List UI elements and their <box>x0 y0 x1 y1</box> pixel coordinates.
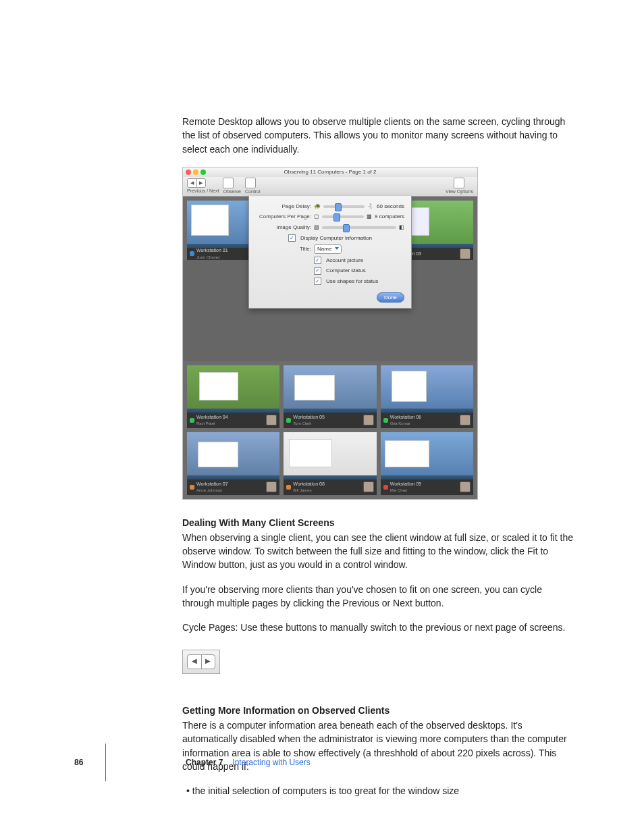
high-quality-icon: ◧ <box>399 224 404 232</box>
workstation-name: Workstation 08 <box>293 481 325 488</box>
next-icon[interactable]: ▶ <box>202 655 215 669</box>
avatar <box>363 481 374 492</box>
observe-label: Observe <box>223 188 240 195</box>
status-icon <box>286 418 291 423</box>
workstation-name: Workstation 05 <box>293 414 325 421</box>
status-icon <box>383 485 388 490</box>
account-picture-label: Account picture <box>326 257 363 265</box>
workstation-name: Workstation 06 <box>390 414 422 421</box>
title-label: Title: <box>256 245 311 253</box>
prev-icon[interactable]: ◀ <box>188 655 202 669</box>
prev-next-label: Previous / Next <box>187 188 219 194</box>
window-titlebar: Observing 11 Computers - Page 1 of 2 <box>183 167 477 177</box>
workstation-name: Workstation 09 <box>390 481 422 488</box>
bullet-item: the initial selection of computers is to… <box>186 784 576 798</box>
computers-value: 9 computers <box>375 213 404 221</box>
toolbar: ◀▶ Previous / Next Observe Control View … <box>183 177 477 197</box>
display-info-label: Display Computer Information <box>300 234 372 242</box>
computer-status-checkbox[interactable]: ✓ <box>314 267 321 275</box>
avatar <box>266 481 277 492</box>
computers-slider[interactable] <box>322 215 364 218</box>
heading-getting-more: Getting More Information on Observed Cli… <box>182 704 576 717</box>
computer-status-label: Computer status <box>326 267 366 275</box>
workstation-user: Juan Chavez <box>196 255 228 261</box>
quality-slider[interactable] <box>322 226 396 229</box>
shapes-checkbox[interactable]: ✓ <box>314 278 321 285</box>
workstation-user: Tom Clark <box>293 421 325 427</box>
tortoise-icon: 🐢 <box>314 203 321 211</box>
page-delay-label: Page Delay: <box>256 203 311 211</box>
thumbnail[interactable] <box>284 432 376 475</box>
done-button[interactable]: Done <box>377 292 404 303</box>
prev-next-segmented[interactable]: ◀ ▶ <box>187 654 215 669</box>
window-title: Observing 11 Computers - Page 1 of 2 <box>183 168 477 176</box>
status-icon <box>190 251 194 256</box>
paragraph: Cycle Pages: Use these buttons to manual… <box>182 621 576 634</box>
status-icon <box>286 485 291 490</box>
view-options-sheet: Page Delay:🐢🐇60 seconds Computers Per Pa… <box>248 196 412 309</box>
status-icon <box>190 485 194 490</box>
account-picture-checkbox[interactable]: ✓ <box>314 257 321 264</box>
avatar <box>460 249 471 259</box>
workstation-user: Mei Chen <box>390 488 422 494</box>
hare-icon: 🐇 <box>367 203 374 211</box>
workstation-name: Workstation 04 <box>196 414 228 421</box>
view-options-button[interactable] <box>454 178 464 188</box>
chapter-title: Interacting with Users <box>232 757 310 768</box>
image-quality-label: Image Quality: <box>256 224 311 232</box>
footer-divider <box>105 744 106 781</box>
title-select[interactable]: Name <box>314 244 342 254</box>
heading-dealing: Dealing With Many Client Screens <box>182 516 576 529</box>
prev-next-buttons[interactable]: ◀▶ <box>187 178 206 188</box>
workstation-user: Gita Kumar <box>390 421 422 427</box>
low-quality-icon: ▨ <box>314 224 319 232</box>
multi-screen-icon: ▦ <box>367 213 372 221</box>
status-icon <box>190 418 194 423</box>
paragraph: If you're observing more clients than yo… <box>182 583 576 610</box>
page-footer: 86 Chapter 7 Interacting with Users <box>74 744 576 781</box>
thumbnail[interactable] <box>381 432 473 475</box>
intro-paragraph: Remote Desktop allows you to observe mul… <box>182 115 576 156</box>
avatar <box>266 415 277 425</box>
page-delay-value: 60 seconds <box>377 203 404 211</box>
workstation-user: Ravi Patel <box>196 421 228 427</box>
control-label: Control <box>245 188 261 195</box>
avatar <box>363 415 374 425</box>
computers-per-page-label: Computers Per Page: <box>256 213 311 221</box>
status-icon <box>383 418 388 423</box>
single-screen-icon: ▢ <box>314 213 319 221</box>
avatar <box>460 415 471 425</box>
thumbnail[interactable] <box>187 365 279 409</box>
view-options-label: View Options <box>446 188 473 195</box>
chapter-label: Chapter 7 <box>186 757 223 768</box>
shapes-label: Use shapes for status <box>326 278 378 286</box>
workstation-name: Workstation 01 <box>196 247 228 254</box>
workstation-name: Workstation 07 <box>196 481 228 488</box>
thumbnail[interactable] <box>284 365 376 409</box>
workstation-user: Anne Johnson <box>196 488 228 494</box>
observe-button[interactable] <box>223 178 234 188</box>
figure-prev-next: ◀ ▶ <box>182 650 220 674</box>
paragraph: When observing a single client, you can … <box>182 531 576 572</box>
page-delay-slider[interactable] <box>323 205 365 208</box>
avatar <box>460 481 471 492</box>
thumbnail[interactable] <box>187 432 279 475</box>
thumbnail[interactable] <box>381 365 473 409</box>
control-button[interactable] <box>245 178 256 188</box>
figure-observe-window: Observing 11 Computers - Page 1 of 2 ◀▶ … <box>182 167 478 500</box>
page-number: 86 <box>74 757 93 768</box>
workstation-user: Bill James <box>293 488 325 494</box>
display-info-checkbox[interactable]: ✓ <box>288 234 296 242</box>
